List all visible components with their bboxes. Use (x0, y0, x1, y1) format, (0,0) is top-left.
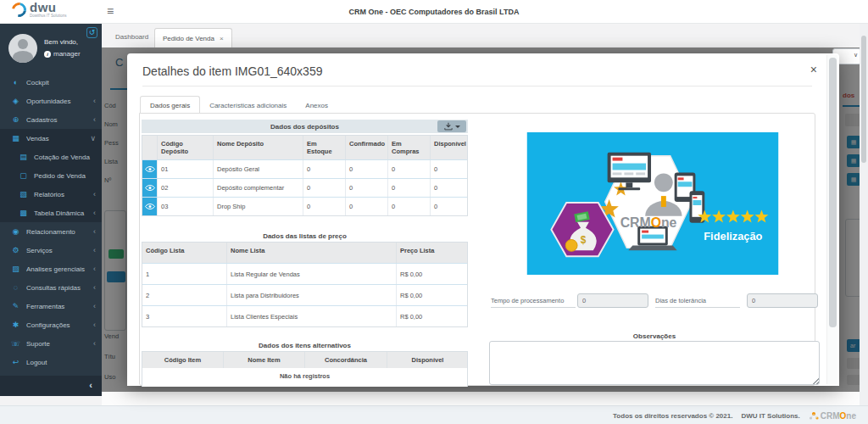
close-modal-icon[interactable]: × (810, 63, 817, 76)
page-scrollbar-thumb[interactable] (861, 36, 866, 163)
processing-time-input[interactable] (577, 293, 648, 308)
deposits-header-bar: Dados dos depósitos (142, 120, 468, 133)
sidebar-menu: ◐ Cockpit ◈ Oportunidades ‹ ⊕ Cadastros … (0, 73, 102, 371)
modal-scrollbar[interactable] (826, 55, 837, 384)
textarea-resize-handle[interactable] (812, 377, 819, 384)
sidebar-item-label: Cadastros (26, 116, 88, 124)
sidebar-item-cockpit[interactable]: ◐ Cockpit (0, 73, 102, 92)
price-lists-table: Código Lista Nome Lista Preço Lista 1 Li… (142, 242, 468, 327)
view-deposit-button[interactable] (142, 179, 158, 197)
username: manager (53, 50, 81, 58)
price-lists-table-header: Código Lista Nome Lista Preço Lista (142, 243, 467, 263)
sidebar-item-tabela-dinamica[interactable]: ▩ Tabela Dinâmica ‹ (0, 204, 102, 222)
tab-dashboard[interactable]: Dashboard (108, 30, 155, 44)
sidebar-item-logout[interactable]: ↩ Logout (0, 353, 102, 371)
tab-pedido-de-venda[interactable]: Pedido de Venda × (154, 28, 232, 47)
tolerance-days-input[interactable] (747, 293, 818, 308)
gear-icon: ✱ (10, 321, 21, 329)
chevron-down-icon: ∨ (90, 134, 96, 142)
sidebar-item-relacionamento[interactable]: ◉ Relacionamento ‹ (0, 222, 102, 241)
sidebar-item-consultas-rapidas[interactable]: ◌ Consultas rápidas ‹ (0, 278, 102, 297)
tools-icon: ✎ (10, 302, 21, 310)
analytics-icon: ▨ (10, 265, 21, 273)
search-icon: ◌ (10, 283, 21, 292)
sidebar-item-configuracoes[interactable]: ✱ Configurações ‹ (0, 315, 102, 334)
tab-anexos[interactable]: Anexos (296, 97, 337, 114)
item-image: CRMOne $ Fidelização (526, 132, 779, 275)
alt-items-title: Dados dos itens alternativos (142, 342, 468, 349)
sidebar-item-pedido-de-venda[interactable]: ▢ Pedido de Venda (0, 166, 102, 185)
app-window: dwu Dowithus IT Solutions ≡ CRM One - OE… (0, 0, 868, 424)
crmone-logo: CRMOne (809, 411, 856, 421)
footer: Todos os direitos reservados © 2021. DWU… (0, 405, 868, 424)
collapse-sidebar-icon[interactable]: ‹ (89, 380, 92, 390)
sidebar-item-label: Pedido de Venda (34, 172, 91, 180)
sidebar-item-suporte[interactable]: ☏ Suporte ‹ (0, 334, 102, 353)
modal-tabs: Dados gerais Características adicionais … (140, 95, 337, 114)
sales-icon: ▦ (10, 134, 21, 142)
footer-company: DWU IT Solutions. (741, 412, 799, 420)
deposits-title: Dados dos depósitos (270, 123, 339, 131)
sidebar-item-relatorios[interactable]: ▧ Relatórios ‹ (0, 185, 102, 204)
download-icon (444, 122, 453, 131)
avatar (8, 34, 37, 63)
price-lists-title: Dados das listas de preço (142, 232, 468, 240)
tab-caracteristicas-adicionais[interactable]: Características adicionais (200, 97, 296, 114)
chevron-left-icon: ‹ (93, 339, 96, 348)
relationship-icon: ◉ (10, 227, 21, 236)
tolerance-days-label: Dias de tolerância (655, 297, 740, 308)
sidebar-item-label: Relatórios (34, 191, 88, 198)
deposits-table: Código Depósito Nome Depósito Em Estoque… (142, 135, 468, 216)
view-deposit-button[interactable] (142, 160, 158, 178)
close-tab-icon[interactable]: × (220, 35, 224, 42)
modal-tab-panel: Dados dos depósitos Código Depósito Nome… (139, 113, 815, 386)
sidebar-item-ferramentas[interactable]: ✎ Ferramentas ‹ (0, 297, 102, 315)
sidebar-item-oportunidades[interactable]: ◈ Oportunidades ‹ (0, 92, 102, 110)
chevron-left-icon: ‹ (93, 321, 96, 329)
alt-items-table-header: Código Item Nome Item Concordância Dispo… (142, 352, 467, 368)
sidebar: ↺ Bem vindo, i manager ◐ Cockpit ◈ Oport… (0, 24, 102, 396)
sidebar-item-analises-gerenciais[interactable]: ▨ Analises gerenciais ‹ (0, 259, 102, 278)
info-icon: i (44, 51, 51, 58)
support-icon: ☏ (10, 339, 21, 348)
sidebar-item-servicos[interactable]: ⚙ Serviços ‹ (0, 241, 102, 259)
user-row: i manager (44, 50, 81, 58)
divider (142, 86, 812, 86)
table-row: 01 Depósito Geral 0 0 0 0 (142, 159, 467, 178)
sidebar-item-label: Suporte (26, 340, 88, 348)
records-icon: ⊕ (10, 115, 21, 124)
page-scrollbar[interactable] (860, 24, 868, 405)
sidebar-item-vendas[interactable]: ▦ Vendas ∨ (0, 129, 102, 148)
eye-icon (145, 184, 155, 192)
chevron-left-icon: ‹ (93, 115, 96, 124)
chevron-left-icon: ‹ (93, 190, 96, 198)
crmone-logo-icon (809, 411, 819, 421)
sidebar-item-cotacao-de-venda[interactable]: ▤ Cotação de Venda (0, 148, 102, 166)
refresh-icon[interactable]: ↺ (86, 27, 97, 38)
observations-textarea[interactable] (489, 341, 820, 385)
observations-label: Observações (489, 332, 820, 340)
deposits-table-header: Código Depósito Nome Depósito Em Estoque… (142, 136, 467, 159)
table-row: 3 Lista Clientes Especiais R$ 0,00 (142, 305, 467, 326)
vendas-section: ▦ Vendas ∨ ▤ Cotação de Venda ▢ Pedido d… (0, 129, 102, 222)
modal-scrollbar-thumb[interactable] (829, 58, 837, 327)
image-caption: Fidelização (704, 230, 762, 243)
export-button[interactable] (437, 120, 466, 132)
chevron-left-icon: ‹ (93, 265, 96, 273)
sidebar-item-label: Analises gerenciais (26, 265, 88, 273)
chevron-left-icon: ‹ (93, 302, 96, 310)
sidebar-item-label: Cockpit (26, 79, 91, 86)
sidebar-item-label: Ferramentas (26, 303, 88, 310)
sidebar-item-label: Relacionamento (26, 228, 88, 236)
chevron-left-icon: ‹ (93, 97, 96, 105)
sidebar-footer: ‹ (0, 376, 102, 396)
table-icon: ▩ (18, 209, 29, 217)
svg-text:CRMOne: CRMOne (620, 215, 677, 230)
services-icon: ⚙ (10, 246, 21, 254)
footer-rights: Todos os direitos reservados © 2021. (613, 412, 732, 420)
chevron-left-icon: ‹ (93, 227, 96, 236)
tab-label: Pedido de Venda (163, 35, 214, 42)
eye-icon (145, 203, 155, 210)
view-deposit-button[interactable] (142, 198, 158, 215)
sidebar-item-cadastros[interactable]: ⊕ Cadastros ‹ (0, 110, 102, 129)
